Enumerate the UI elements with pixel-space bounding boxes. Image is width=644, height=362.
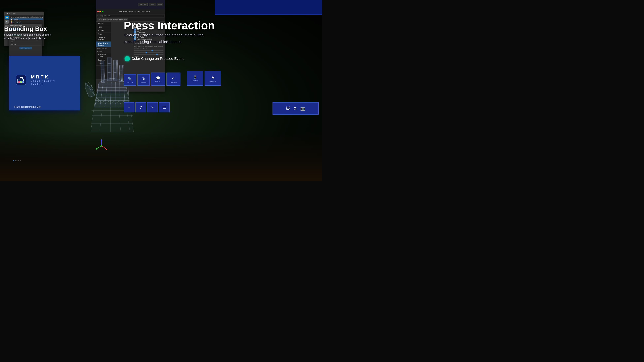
portal-nav-views[interactable]: ▸ Views: [96, 21, 111, 25]
toolbar-pin-btn[interactable]: [136, 102, 146, 112]
btn-label-search-32: 32x32mm: [127, 81, 133, 83]
holo-btn-chat-40[interactable]: 💬 40x40mm: [151, 72, 165, 86]
portal-forward-btn[interactable]: ▶: [99, 15, 100, 17]
portal-top-header: Feedback Online Cook: [96, 0, 165, 9]
portal-active-tab[interactable]: Mixed Reality Capture - Windows Device P…: [97, 18, 128, 21]
dot-4: [18, 160, 19, 161]
bounding-box-subtitle1: Standard UI for resizing and rotating an…: [4, 33, 51, 36]
portal-nav-home[interactable]: Home: [96, 25, 111, 29]
portal-min-btn[interactable]: [100, 11, 101, 12]
top-right-blue-panel: [215, 0, 322, 15]
portal-feedback-btn[interactable]: Feedback: [138, 3, 148, 6]
btn-label-star-48: 48x48mm: [210, 81, 216, 82]
dot-2: [15, 160, 16, 161]
camera-icon: 📷: [300, 106, 305, 111]
mrtk-title: MRTK: [31, 74, 56, 80]
coord-axes: [94, 138, 109, 154]
vscode-path: MRTKTestScene/Packages/Tracking/Scenes/H…: [10, 16, 43, 18]
dot-5: [20, 160, 21, 161]
svg-point-3: [22, 81, 24, 83]
btn-label-phone-48: 48x48mm: [192, 80, 198, 81]
portal-slider-3-handle[interactable]: [156, 54, 158, 55]
coord-axes-svg: [94, 138, 109, 153]
toolbar-row: + ✕: [124, 102, 170, 112]
right-panel: 🖼 ⚙ 📷: [272, 102, 319, 116]
vscode-titlebar: Scene_In_Build: [4, 12, 44, 15]
bounding-box-subtitle2: BoundsControl.cs + ObjectManipulator.cs: [4, 37, 51, 40]
vscode-file-row-1[interactable]: 📁 Content Base: [10, 20, 43, 22]
btn-label-check-40: 40x40mm: [170, 81, 177, 83]
svg-point-2: [20, 81, 22, 83]
portal-close-btn[interactable]: [97, 11, 99, 12]
button-grid-row1: 🔍 32x32mm ↻ 32x32mm 💬 40x40mm ✓ 40x40mm …: [124, 71, 221, 86]
chat-icon: 💬: [156, 76, 160, 80]
vscode-file-row-0[interactable]: 📋 Timeline: [10, 18, 43, 20]
svg-marker-6: [107, 58, 111, 81]
desk-surface: [0, 132, 322, 181]
vscode-explorer-icon[interactable]: 📁: [5, 16, 8, 19]
svg-point-79: [96, 148, 97, 149]
svg-point-1: [18, 81, 20, 83]
portal-nav-3dview[interactable]: 3D View: [96, 29, 111, 32]
press-interaction-subtitle1: HoloLens 2 style buttons and other custo…: [124, 32, 215, 38]
phone-icon: 📱: [193, 75, 197, 79]
bounding-box-title: Bounding Box: [4, 25, 51, 32]
svg-marker-77: [106, 148, 107, 150]
mrtk-line1: MIXED REALITY: [31, 80, 56, 83]
frame-icon: [162, 105, 166, 109]
portal-nav-apps[interactable]: Apps: [96, 32, 111, 36]
vscode-title: Scene_In_Build: [6, 13, 16, 14]
portal-back-btn[interactable]: ◀: [97, 15, 98, 17]
settings-icon: ⚙: [293, 106, 297, 111]
dot-1: [13, 160, 14, 161]
dots-indicator: [13, 160, 21, 161]
mrtk-line2: TOOLKIT: [31, 83, 56, 85]
pkg-row-ios-ps4[interactable]: iOS PS4: [10, 43, 41, 45]
toolbar-add-btn[interactable]: +: [124, 102, 134, 112]
dot-3: [16, 160, 18, 161]
right-btn-gallery[interactable]: 🖼 ⚙ 📷: [272, 102, 319, 115]
portal-online-btn[interactable]: Online: [149, 3, 156, 6]
color-change-indicator: [124, 56, 130, 61]
pin-icon: [139, 105, 143, 109]
portal-nav-bar: ◀ ▶ ↻ 127.0.0.1: [96, 14, 165, 18]
bounding-box-panel: Bounding Box Standard UI for resizing an…: [4, 25, 51, 40]
portal-refresh-btn[interactable]: ↻: [100, 15, 102, 17]
portal-cook-btn[interactable]: Cook: [157, 3, 163, 6]
mrtk-text: MRTK MIXED REALITY TOOLKIT: [31, 74, 56, 85]
color-change-row: Color Change on Pressed Event: [124, 56, 184, 61]
holo-btn-refresh-32[interactable]: ↻ 32x32mm: [138, 74, 150, 86]
mrtk-logo-icon: [14, 73, 28, 86]
holo-btn-star-48[interactable]: ★ 48x48mm: [204, 71, 221, 86]
search-icon: 🔍: [128, 77, 132, 81]
check-icon: ✓: [172, 75, 175, 81]
toolbar-close-btn[interactable]: ✕: [147, 102, 158, 112]
pkg-row-ios1[interactable]: iOS: [10, 41, 41, 43]
portal-nav-hologram-stability[interactable]: Hologram Stability: [96, 36, 111, 41]
refresh-icon: ↻: [142, 77, 145, 81]
vscode-file-row-2[interactable]: 🎯 Visual Studio...: [10, 22, 43, 24]
star-icon: ★: [211, 74, 215, 80]
press-interaction-subtitle2: examples using PressableButton.cs: [124, 39, 215, 44]
holo-btn-phone-48[interactable]: 📱 48x48mm: [187, 71, 203, 86]
btn-label-chat-40: 40x40mm: [155, 81, 162, 82]
portal-action-buttons: Feedback Online Cook: [138, 3, 163, 6]
portal-max-btn[interactable]: [102, 11, 104, 12]
gallery-icon: 🖼: [286, 106, 290, 111]
portal-url-bar[interactable]: 127.0.0.1: [102, 15, 164, 17]
color-change-text: Color Change on Pressed Event: [132, 56, 184, 61]
svg-marker-75: [101, 139, 102, 141]
portal-titlebar: Mixed Reality Capture - Windows Device P…: [96, 9, 165, 14]
svg-rect-82: [163, 106, 166, 108]
holo-btn-search-32[interactable]: 🔍 32x32mm: [124, 74, 136, 86]
btn-label-refresh-32: 32x32mm: [140, 82, 147, 83]
add-items-button[interactable]: Add Other Items: [20, 47, 32, 49]
holo-btn-check-40[interactable]: ✓ 40x40mm: [166, 72, 180, 86]
toolbar-frame-btn[interactable]: [159, 102, 170, 112]
press-interaction-title: Press Interaction: [124, 20, 215, 31]
vscode-search-icon[interactable]: 🔍: [5, 20, 8, 23]
portal-title: Mixed Reality Capture - Windows Device P…: [105, 11, 164, 12]
press-interaction-panel: Press Interaction HoloLens 2 style butto…: [124, 20, 215, 44]
svg-rect-80: [101, 145, 102, 146]
